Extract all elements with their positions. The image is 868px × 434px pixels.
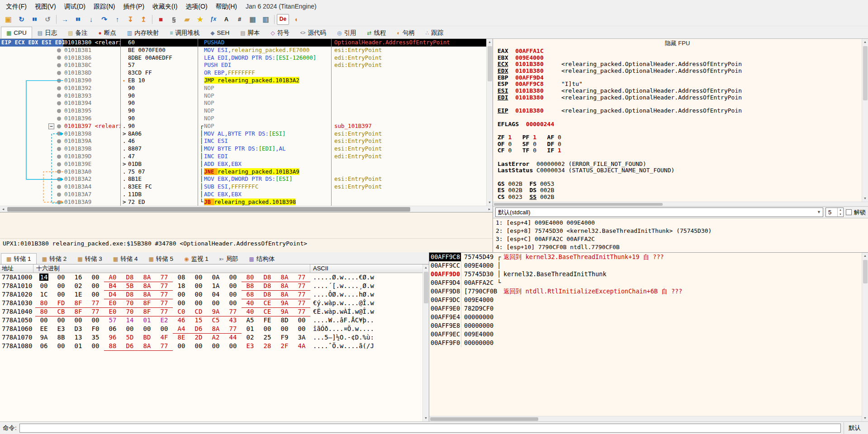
breakpoint-dot[interactable]: [57, 162, 61, 166]
tab-symbols[interactable]: ◇符号: [266, 27, 295, 38]
breakpoint-dot[interactable]: [57, 177, 61, 181]
scroll-right-icon[interactable]: ►: [486, 206, 493, 212]
tab-dump-5[interactable]: ▦转储 5: [143, 253, 179, 264]
disasm-row[interactable]: 0101B3A2.8B1E│MOV EBX,DWORD PTR DS:[ESI]…: [0, 175, 486, 183]
scroll-down-icon[interactable]: ▼: [862, 195, 868, 202]
disasm-row[interactable]: −0101B397 <releari.90┌NOPsub_101B397: [0, 123, 486, 130]
register-line[interactable]: [493, 174, 862, 181]
pause2-button[interactable]: ▮▮: [72, 14, 84, 25]
tab-call-stack[interactable]: ≡调用堆栈: [164, 27, 205, 38]
stepper-down-icon[interactable]: ▼: [838, 212, 843, 217]
breakpoint-dot[interactable]: [57, 79, 61, 83]
dump-row[interactable]: 778A1060EEE3D3F006000000A4D68A7701000000…: [0, 325, 422, 333]
scroll-thumb[interactable]: [424, 272, 428, 303]
scroll-thumb[interactable]: [7, 207, 410, 212]
disasm-row[interactable]: 0101B38C57PUSH EDIedi:EntryPoint: [0, 61, 486, 69]
breakpoint-dot[interactable]: [57, 56, 61, 60]
stack-row[interactable]: 00AFF9E0782D9CF0: [429, 304, 862, 313]
disasm-row[interactable]: 0101B39E>01DB│ADD EBX,EBX: [0, 160, 486, 168]
collapse-toggle[interactable]: −: [48, 123, 54, 129]
tab-dump-2[interactable]: ▦转储 2: [37, 253, 72, 264]
stack-row[interactable]: 00AFF9F000000000: [429, 339, 862, 347]
scroll-thumb[interactable]: [863, 46, 868, 100]
tab-cpu[interactable]: ▦CPU: [1, 27, 32, 38]
tab-source[interactable]: <>源代码: [295, 27, 332, 38]
scroll-up-icon[interactable]: ▲: [487, 39, 493, 45]
tab-references[interactable]: ◎引用: [332, 27, 361, 38]
scroll-down-icon[interactable]: ▼: [862, 415, 868, 421]
donate-button[interactable]: ◖: [290, 14, 302, 25]
tab-dump-1[interactable]: ▦转储 1: [1, 253, 37, 264]
scroll-down-icon[interactable]: ▼: [487, 199, 493, 206]
disasm-row[interactable]: 0101B39A.46│INC ESIesi:EntryPoint: [0, 137, 486, 145]
register-line[interactable]: EDX 0101B380 <relearing_packed.OptionalH…: [493, 68, 862, 75]
disasm-row[interactable]: EIP ECX EDX ESI EDI0101B380 <releari60PU…: [0, 39, 486, 47]
disasm-row[interactable]: 0101B381BE 0070FE00MOV ESI,relearing_pac…: [0, 47, 486, 54]
breakpoint-dot[interactable]: [57, 139, 61, 143]
argument-row[interactable]: 2: [esp+8] 75745D30 <kernel32.BaseThread…: [493, 227, 868, 235]
pause-button[interactable]: ▮▮: [28, 14, 41, 25]
register-line[interactable]: ZF 1 PF 1 AF 0: [493, 134, 862, 141]
arguments-pane[interactable]: 1: [esp+4] 009E4000 009E40002: [esp+8] 7…: [493, 218, 868, 252]
dependency-walker-button[interactable]: De: [277, 14, 289, 25]
dump-row[interactable]: 778A100014001600A0D88A7708000A0080D88A77…: [0, 273, 422, 282]
register-line[interactable]: EAX 00AFFA1C: [493, 48, 862, 55]
script-button[interactable]: §: [168, 14, 180, 25]
run-button[interactable]: →: [59, 14, 71, 25]
disasm-row[interactable]: 0101B39B.8807│MOV BYTE PTR DS:[EDI],ALes…: [0, 145, 486, 153]
scroll-thumb[interactable]: [494, 203, 663, 206]
register-line[interactable]: EBP 00AFF9D4: [493, 75, 862, 81]
tab-script[interactable]: ▤脚本: [235, 27, 265, 38]
favourites-button[interactable]: ★: [194, 14, 206, 25]
tab-handles[interactable]: ◐句柄: [391, 27, 420, 38]
register-line[interactable]: [493, 127, 862, 134]
dump-row[interactable]: 778A103080FD8F77E0708F770000000040CE9A77…: [0, 299, 422, 307]
tab-log[interactable]: ▤日志: [32, 27, 62, 38]
stack-row[interactable]: 00AFF9E400000000: [429, 313, 862, 321]
stack-row[interactable]: 00AFF9EC009E4000: [429, 330, 862, 339]
hide-fpu-button[interactable]: 隐藏 FPU: [493, 39, 862, 48]
step-out-button[interactable]: ↑: [111, 14, 123, 25]
default-status-label[interactable]: 默认: [844, 422, 865, 434]
label-button[interactable]: A: [220, 14, 232, 25]
breakpoint-dot[interactable]: [57, 170, 61, 174]
scroll-left-icon[interactable]: ◄: [0, 206, 6, 212]
tab-breakpoints[interactable]: ●断点: [93, 27, 122, 38]
register-line[interactable]: EDI 0101B380 <relearing_packed.OptionalH…: [493, 94, 862, 101]
calling-convention-select[interactable]: 默认(stdcall) ▼: [495, 208, 823, 217]
disasm-rows[interactable]: EIP ECX EDX ESI EDI0101B380 <releari60PU…: [0, 39, 486, 206]
register-line[interactable]: EIP 0101B380 <relearing_packed.OptionalH…: [493, 108, 862, 114]
stack-row[interactable]: 00AFF9E800000000: [429, 321, 862, 330]
disasm-row[interactable]: 0101B398>8A06│MOV AL,BYTE PTR DS:[ESI]es…: [0, 130, 486, 138]
register-line[interactable]: EFLAGS 00000244: [493, 121, 862, 128]
dump-row[interactable]: 778A105000000000571401E24615C543A5FE8D00…: [0, 316, 422, 325]
register-line[interactable]: CF 0 TF 0 IF 1: [493, 147, 862, 154]
dump-header-address[interactable]: 地址: [0, 264, 33, 273]
register-line[interactable]: CS 0023 SS 002B: [493, 194, 862, 201]
stack-row[interactable]: 00AFF9D8[7790CF0B返回到 ntdll.RtlInitialize…: [429, 287, 862, 296]
dump-row[interactable]: 778A10709A8B1335965DBD4F8E2DA2440225F93A…: [0, 333, 422, 342]
tab-seh[interactable]: ◆SEH: [205, 27, 235, 38]
dump-row[interactable]: 778A101000000200B45B8A7718001A00B8D88A77…: [0, 282, 422, 290]
patch-button[interactable]: ▰: [181, 14, 193, 25]
disasm-row[interactable]: 0101B39490NOP: [0, 99, 486, 107]
dump-header-ascii[interactable]: ASCII: [310, 264, 422, 273]
trace-into-button[interactable]: ↧: [124, 14, 137, 25]
disasm-row[interactable]: 0101B3A0.75 07│JNE relearing_packed.101B…: [0, 168, 486, 176]
menu-item[interactable]: 跟踪(N): [90, 0, 119, 12]
memory-map-button[interactable]: ▦: [247, 14, 259, 25]
command-input[interactable]: [19, 424, 841, 433]
register-line[interactable]: [493, 154, 862, 161]
breakpoint-dot[interactable]: [57, 185, 61, 189]
menu-item[interactable]: 视图(V): [31, 0, 60, 12]
breakpoint-dot[interactable]: [57, 101, 61, 105]
breakpoint-dot[interactable]: [57, 132, 61, 136]
scroll-up-icon[interactable]: ▲: [423, 264, 429, 271]
breakpoint-dot[interactable]: [57, 193, 61, 197]
breakpoint-dot[interactable]: [57, 200, 61, 204]
register-line[interactable]: ECX 0101B380 <relearing_packed.OptionalH…: [493, 61, 862, 68]
stepper-up-icon[interactable]: ▲: [838, 208, 843, 212]
dump-header-hex[interactable]: 十六进制: [33, 264, 310, 273]
register-line[interactable]: ESP 00AFF9C8 "I]tu": [493, 81, 862, 88]
tab-struct[interactable]: ▩结构体: [244, 253, 280, 264]
